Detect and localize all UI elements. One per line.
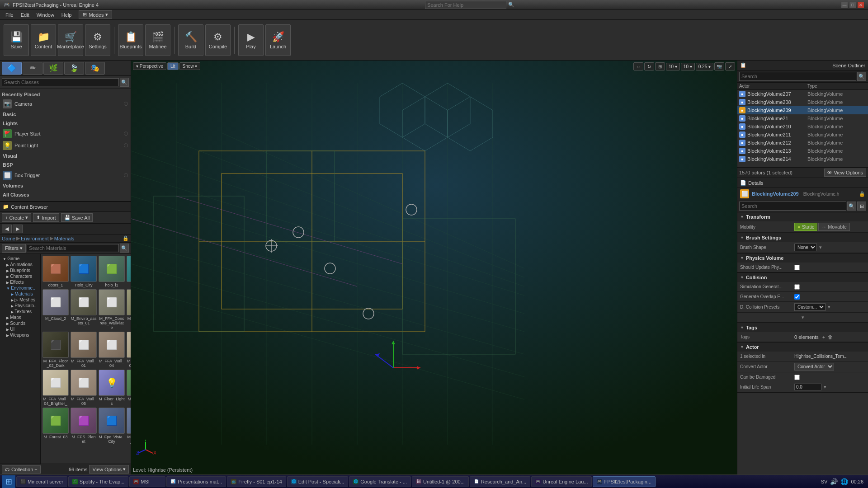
list-item[interactable]: ⬛ M_FFA_Floor_02_Dark: [42, 332, 69, 368]
tags-remove-icon[interactable]: 🗑: [828, 334, 833, 340]
brush-shape-select[interactable]: None: [794, 244, 817, 251]
list-item[interactable]: 🟦 M_FPS_Vista_Mountain: [127, 408, 131, 444]
list-item[interactable]: 🟪 M_FPS_Planet: [71, 408, 97, 444]
mode-foliage[interactable]: 🍃: [64, 62, 84, 75]
nav-back-button[interactable]: ◀: [2, 225, 12, 233]
mode-geometry[interactable]: 🎭: [85, 62, 105, 75]
static-button[interactable]: ● Static: [794, 223, 817, 231]
can-be-damaged-checkbox[interactable]: [794, 375, 800, 380]
viewport-lit-button[interactable]: Lit: [167, 62, 179, 70]
filters-button[interactable]: Filters ▾: [2, 244, 26, 253]
tree-physicalb[interactable]: Physicalb..: [2, 303, 38, 309]
list-item[interactable]: 🟩 M_Forest_03: [42, 408, 69, 444]
tree-characters[interactable]: Characters: [2, 273, 38, 279]
tree-materials[interactable]: Materials: [2, 291, 38, 297]
list-item[interactable]: ⬜ M_FFA_Concrete_WallPlate: [99, 289, 125, 330]
table-row[interactable]: ■ BlockingVolume21 BlockingVolume: [737, 114, 868, 122]
import-button[interactable]: ⬆ Import: [33, 213, 59, 222]
taskbar-item-googletranslate[interactable]: 🌐 Google Translate - ...: [349, 476, 411, 487]
taskbar-item-minecraft[interactable]: ⬛ Minecraft server: [16, 476, 67, 487]
movable-button[interactable]: ↔ Movable: [818, 223, 850, 231]
tree-meshes[interactable]: ▷ Meshes: [2, 297, 38, 303]
table-row[interactable]: ■ BlockingVolume208 BlockingVolume: [737, 98, 868, 106]
category-visual[interactable]: Visual: [2, 151, 129, 160]
material-search-input[interactable]: [27, 244, 119, 252]
details-search-button[interactable]: 🔍: [847, 202, 856, 211]
list-item[interactable]: ⬜ M_Cloud_2: [42, 289, 69, 330]
actor-section-header[interactable]: ▼ Actor: [737, 343, 868, 352]
tags-section-header[interactable]: ▼ Tags: [737, 323, 868, 332]
placed-item-boxtrigger[interactable]: ⬜ Box Trigger ⓘ: [2, 169, 129, 181]
physics-section-header[interactable]: ▼ Physics Volume: [737, 253, 868, 263]
list-item[interactable]: 🟩 holo_l1: [99, 256, 125, 287]
details-grid-button[interactable]: ⊞: [857, 202, 866, 211]
tree-maps[interactable]: Maps: [2, 314, 38, 320]
modes-button[interactable]: ⊞ Modes ▾: [79, 10, 112, 19]
convert-actor-select[interactable]: Convert Actor: [794, 363, 834, 371]
tree-animations[interactable]: Animations: [2, 262, 38, 267]
material-search-button[interactable]: 🔍: [120, 244, 129, 253]
build-button[interactable]: 🔨 Build: [178, 24, 203, 56]
menu-help[interactable]: Help: [58, 11, 75, 19]
minimize-button[interactable]: —: [841, 2, 848, 8]
placed-item-pointlight[interactable]: 💡 Point Light ⓘ: [2, 140, 129, 151]
so-view-options-button[interactable]: 👁 View Options: [824, 169, 866, 177]
launch-button[interactable]: 🚀 Launch: [265, 24, 291, 56]
collision-presets-select[interactable]: Custom...: [794, 303, 826, 311]
sim-gen-checkbox[interactable]: [794, 284, 800, 290]
menu-file[interactable]: File: [2, 11, 17, 19]
viewport-perspective-button[interactable]: ▾ Perspective: [133, 62, 166, 70]
scene-outliner-search-button[interactable]: 🔍: [857, 72, 866, 81]
search-help-input[interactable]: [425, 1, 506, 9]
list-item[interactable]: ⬜ M_FFA_Floor_02: [127, 289, 131, 330]
tags-add-icon[interactable]: +: [822, 334, 825, 340]
life-span-input[interactable]: [794, 384, 821, 390]
brush-section-header[interactable]: ▼ Brush Settings: [737, 233, 868, 242]
path-lock-icon[interactable]: 🔒: [123, 235, 129, 241]
table-row[interactable]: ■ BlockingVolume214 BlockingVolume: [737, 155, 868, 163]
list-item[interactable]: 🟦 M_Fpc_Vista_City: [99, 408, 125, 444]
category-allclasses[interactable]: All Classes: [2, 190, 129, 199]
taskbar-item-presentations[interactable]: 📊 Presentations mat...: [166, 476, 226, 487]
taskbar-item-fps[interactable]: 🎮 FPSll2testPackagin...: [593, 476, 656, 487]
table-row[interactable]: ■ BlockingVolume213 BlockingVolume: [737, 147, 868, 155]
taskbar-item-unreal-launcher[interactable]: 🎮 Unreal Engine Lau...: [531, 476, 592, 487]
category-bsp[interactable]: BSP: [2, 160, 129, 169]
table-row[interactable]: ■ BlockingVolume211 BlockingVolume: [737, 131, 868, 139]
taskbar-item-editpost[interactable]: 🌐 Edit Post - Speciali...: [287, 476, 349, 487]
blueprints-button[interactable]: 📋 Blueprints: [118, 24, 143, 56]
placed-item-playerstart[interactable]: 🚩 Player Start ⓘ: [2, 128, 129, 140]
category-lights[interactable]: Lights: [2, 119, 129, 128]
compile-button[interactable]: ⚙ Compile: [205, 24, 231, 56]
save-button[interactable]: 💾 Save: [4, 24, 29, 56]
nav-forward-button[interactable]: ▶: [13, 225, 23, 233]
tree-sounds[interactable]: Sounds: [2, 320, 38, 326]
play-button[interactable]: ▶ Play: [238, 24, 264, 56]
lock-details-icon[interactable]: 🔒: [859, 191, 865, 197]
list-item[interactable]: ⬜ M_FFA_Wall_05: [71, 370, 97, 406]
placed-item-camera[interactable]: 📷 Camera ⓘ: [2, 98, 129, 110]
taskbar-item-spotify[interactable]: 🎵 Spotify - The Evap...: [68, 476, 128, 487]
close-button[interactable]: ✕: [857, 2, 864, 8]
start-button[interactable]: ⊞: [2, 475, 15, 488]
viewport-maximize-icon[interactable]: ⤢: [725, 62, 735, 70]
physics-update-checkbox[interactable]: [794, 265, 800, 270]
mode-landscape[interactable]: 🌿: [43, 62, 63, 75]
list-item[interactable]: ⬜ M_FFA_Wall_01: [71, 332, 97, 368]
tree-environment[interactable]: Environme..: [2, 285, 38, 291]
viewport-angle-btn[interactable]: 10 ▾: [681, 63, 695, 70]
table-row[interactable]: ■ BlockingVolume210 BlockingVolume: [737, 122, 868, 131]
category-basic[interactable]: Basic: [2, 110, 129, 119]
collection-button[interactable]: 🗂 Collection +: [2, 465, 41, 474]
path-environment[interactable]: Environment: [21, 236, 49, 241]
details-search-input[interactable]: [739, 202, 846, 211]
taskbar-item-untitled[interactable]: 🖼 Untitled-1 @ 200...: [412, 476, 469, 487]
category-volumes[interactable]: Volumes: [2, 181, 129, 190]
viewport-coord-btn[interactable]: 10 ▾: [666, 63, 680, 70]
mode-placement[interactable]: 🔷: [2, 62, 22, 75]
table-row[interactable]: ■ BlockingVolume212 BlockingVolume: [737, 139, 868, 147]
taskbar-item-firefly[interactable]: 📺 Firefly - S01 ep1-14: [227, 476, 286, 487]
viewport-translate-icon[interactable]: ↔: [633, 62, 643, 70]
viewport-rotate-icon[interactable]: ↻: [644, 62, 654, 70]
tree-game[interactable]: Game: [2, 256, 38, 262]
